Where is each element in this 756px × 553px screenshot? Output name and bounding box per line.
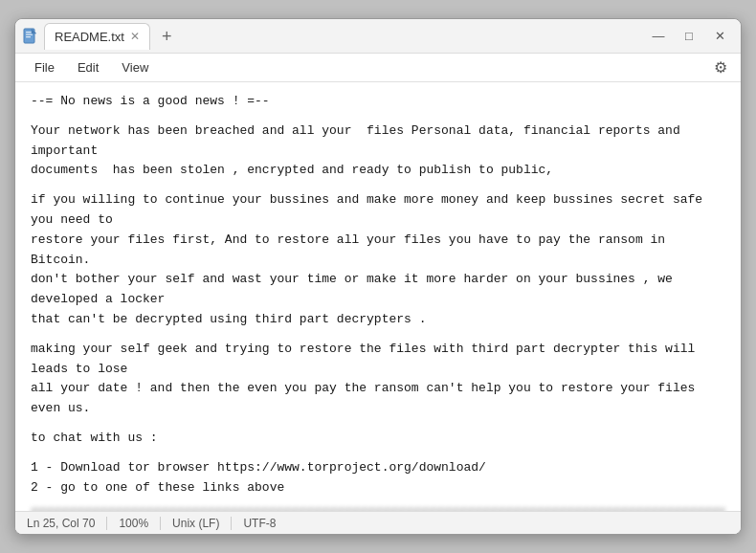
menu-bar: File Edit View ⚙ bbox=[15, 54, 741, 82]
menu-items: File Edit View bbox=[25, 56, 158, 78]
zoom-level: 100% bbox=[107, 517, 161, 530]
svg-rect-3 bbox=[26, 36, 31, 37]
paragraph1: Your network has been breached and all y… bbox=[31, 122, 725, 181]
svg-rect-2 bbox=[26, 33, 33, 34]
editor-area[interactable]: --= No news is a good news ! =-- Your ne… bbox=[15, 82, 741, 511]
view-menu[interactable]: View bbox=[112, 56, 158, 78]
paragraph5: 1 - Download tor browser https://www.tor… bbox=[31, 458, 725, 498]
paragraph2: if you willing to continue your bussines… bbox=[31, 190, 725, 330]
new-tab-button[interactable]: + bbox=[156, 28, 178, 45]
title-bar-left: README.txt ✕ + bbox=[23, 23, 645, 50]
blurred-links-1 bbox=[31, 507, 725, 511]
tab-close-button[interactable]: ✕ bbox=[130, 31, 140, 42]
edit-menu[interactable]: Edit bbox=[68, 56, 108, 78]
main-window: README.txt ✕ + — □ ✕ File Edit View ⚙ --… bbox=[14, 18, 742, 535]
minimize-button[interactable]: — bbox=[645, 23, 672, 50]
status-bar: Ln 25, Col 70 100% Unix (LF) UTF-8 bbox=[15, 511, 741, 534]
paragraph4: to chat with us : bbox=[31, 429, 725, 449]
file-icon bbox=[23, 28, 38, 45]
tab-label: README.txt bbox=[55, 30, 124, 44]
paragraph3: making your self geek and trying to rest… bbox=[31, 340, 725, 419]
file-menu[interactable]: File bbox=[25, 56, 64, 78]
close-button[interactable]: ✕ bbox=[706, 23, 733, 50]
cursor-position: Ln 25, Col 70 bbox=[27, 517, 107, 530]
active-tab[interactable]: README.txt ✕ bbox=[44, 23, 150, 50]
maximize-button[interactable]: □ bbox=[676, 23, 702, 50]
settings-icon[interactable]: ⚙ bbox=[710, 55, 731, 80]
title-bar: README.txt ✕ + — □ ✕ bbox=[15, 19, 741, 54]
window-controls: — □ ✕ bbox=[645, 23, 733, 50]
line-ending: Unix (LF) bbox=[161, 517, 232, 530]
line1: --= No news is a good news ! =-- bbox=[31, 92, 725, 112]
encoding: UTF-8 bbox=[232, 517, 287, 530]
